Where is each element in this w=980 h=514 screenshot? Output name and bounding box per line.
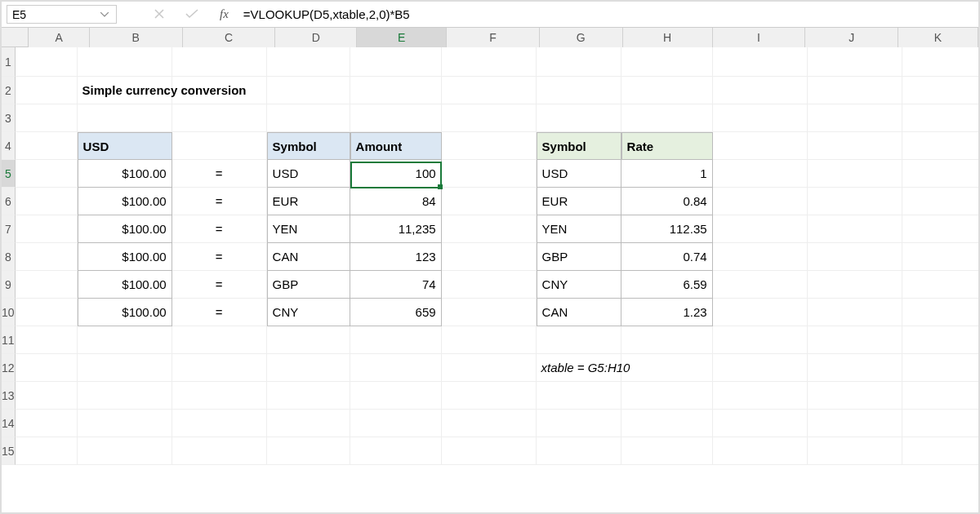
cell-I7[interactable]: [713, 215, 808, 243]
name-box[interactable]: E5: [7, 5, 117, 24]
rate-val-5[interactable]: 1: [621, 160, 713, 188]
cell-E12[interactable]: [350, 354, 442, 382]
cell-J3[interactable]: [808, 104, 902, 132]
cell-I3[interactable]: [713, 104, 808, 132]
cell-K2[interactable]: [902, 77, 980, 104]
cell-A4[interactable]: [16, 132, 78, 160]
cell-I1[interactable]: [713, 47, 808, 77]
cell-E15[interactable]: [350, 437, 442, 465]
cell-K14[interactable]: [902, 410, 980, 437]
cell-K8[interactable]: [902, 243, 980, 271]
cell-K10[interactable]: [902, 299, 980, 326]
cell-J9[interactable]: [808, 271, 902, 299]
cell-H1[interactable]: [621, 47, 713, 77]
col-header-K[interactable]: K: [898, 28, 978, 47]
cell-F12[interactable]: [442, 354, 537, 382]
conv-sym-10[interactable]: CNY: [267, 299, 350, 326]
cell-A8[interactable]: [16, 243, 78, 271]
cell-C14[interactable]: [172, 410, 267, 437]
cell-C4[interactable]: [172, 132, 267, 160]
cell-K7[interactable]: [902, 215, 980, 243]
usd-cell-8[interactable]: $100.00: [78, 243, 172, 271]
row-header-15[interactable]: 15: [2, 437, 16, 465]
title-cell[interactable]: Simple currency conversion: [78, 77, 172, 104]
row-header-10[interactable]: 10: [2, 299, 16, 326]
conv-header-symbol[interactable]: Symbol: [267, 132, 350, 160]
conv-header-amount[interactable]: Amount: [350, 132, 442, 160]
cell-G14[interactable]: [537, 410, 621, 437]
row-header-12[interactable]: 12: [2, 354, 16, 382]
conv-sym-5[interactable]: USD: [267, 160, 350, 188]
rate-val-6[interactable]: 0.84: [621, 188, 713, 215]
cell-H11[interactable]: [621, 326, 713, 354]
conv-amt-6[interactable]: 84: [350, 188, 442, 215]
cell-B1[interactable]: [78, 47, 172, 77]
usd-cell-6[interactable]: $100.00: [78, 188, 172, 215]
cell-D13[interactable]: [267, 382, 350, 410]
cell-E14[interactable]: [350, 410, 442, 437]
cell-F15[interactable]: [442, 437, 537, 465]
cancel-icon[interactable]: [154, 7, 164, 21]
cell-E2[interactable]: [350, 77, 442, 104]
row-header-8[interactable]: 8: [2, 243, 16, 271]
cell-D15[interactable]: [267, 437, 350, 465]
usd-cell-5[interactable]: $100.00: [78, 160, 172, 188]
cell-G1[interactable]: [537, 47, 621, 77]
cell-I8[interactable]: [713, 243, 808, 271]
rate-val-9[interactable]: 6.59: [621, 271, 713, 299]
cell-F7[interactable]: [442, 215, 537, 243]
cell-I12[interactable]: [713, 354, 808, 382]
cell-A10[interactable]: [16, 299, 78, 326]
usd-cell-7[interactable]: $100.00: [78, 215, 172, 243]
cell-C15[interactable]: [172, 437, 267, 465]
col-header-G[interactable]: G: [540, 28, 623, 47]
cell-J6[interactable]: [808, 188, 902, 215]
cell-D3[interactable]: [267, 104, 350, 132]
cell-I10[interactable]: [713, 299, 808, 326]
cell-A11[interactable]: [16, 326, 78, 354]
cell-A9[interactable]: [16, 271, 78, 299]
cell-F11[interactable]: [442, 326, 537, 354]
cell-K12[interactable]: [902, 354, 980, 382]
row-header-2[interactable]: 2: [2, 77, 16, 104]
cell-J10[interactable]: [808, 299, 902, 326]
cell-D11[interactable]: [267, 326, 350, 354]
row-header-13[interactable]: 13: [2, 382, 16, 410]
cell-C3[interactable]: [172, 104, 267, 132]
cell-F4[interactable]: [442, 132, 537, 160]
cell-B14[interactable]: [78, 410, 172, 437]
cell-A13[interactable]: [16, 382, 78, 410]
rate-sym-10[interactable]: CAN: [537, 299, 621, 326]
rate-sym-8[interactable]: GBP: [537, 243, 621, 271]
equals-cell-7[interactable]: =: [172, 215, 267, 243]
rate-val-7[interactable]: 112.35: [621, 215, 713, 243]
col-header-C[interactable]: C: [183, 28, 276, 47]
rate-sym-6[interactable]: EUR: [537, 188, 621, 215]
cell-I9[interactable]: [713, 271, 808, 299]
cell-J1[interactable]: [808, 47, 902, 77]
cell-A7[interactable]: [16, 215, 78, 243]
conv-amt-5[interactable]: 100: [350, 160, 442, 188]
cell-I11[interactable]: [713, 326, 808, 354]
rate-header-symbol[interactable]: Symbol: [537, 132, 621, 160]
cell-I14[interactable]: [713, 410, 808, 437]
cell-K9[interactable]: [902, 271, 980, 299]
equals-cell-6[interactable]: =: [172, 188, 267, 215]
chevron-down-icon[interactable]: [98, 8, 111, 21]
cell-A6[interactable]: [16, 188, 78, 215]
select-all-corner[interactable]: [2, 28, 29, 47]
cell-J7[interactable]: [808, 215, 902, 243]
cell-A1[interactable]: [16, 47, 78, 77]
row-header-11[interactable]: 11: [2, 326, 16, 354]
cell-F5[interactable]: [442, 160, 537, 188]
cell-C13[interactable]: [172, 382, 267, 410]
cell-H12[interactable]: [621, 354, 713, 382]
conv-amt-8[interactable]: 123: [350, 243, 442, 271]
cell-E1[interactable]: [350, 47, 442, 77]
rate-val-10[interactable]: 1.23: [621, 299, 713, 326]
usd-cell-9[interactable]: $100.00: [78, 271, 172, 299]
cell-D2[interactable]: [267, 77, 350, 104]
cell-I13[interactable]: [713, 382, 808, 410]
cell-D12[interactable]: [267, 354, 350, 382]
col-header-B[interactable]: B: [90, 28, 183, 47]
